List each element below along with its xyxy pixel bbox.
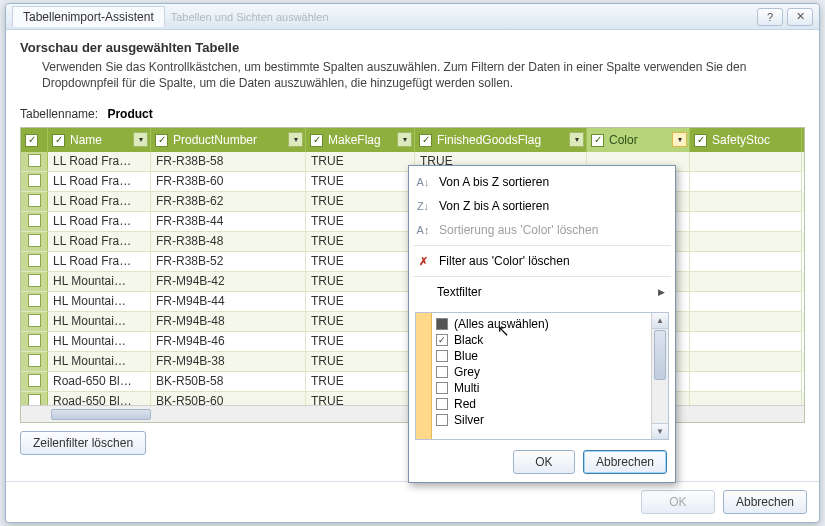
filter-dropdown-icon[interactable]: ▾ <box>133 132 148 147</box>
checkbox-icon[interactable] <box>28 234 41 247</box>
checkbox-icon[interactable] <box>28 214 41 227</box>
popup-cancel-button[interactable]: Abbrechen <box>583 450 667 474</box>
filter-item-label: (Alles auswählen) <box>454 317 549 331</box>
checkbox-icon[interactable] <box>28 274 41 287</box>
filter-item-label: Blue <box>454 349 478 363</box>
checkbox-icon[interactable]: ✓ <box>52 134 65 147</box>
filter-item[interactable]: Silver <box>436 412 647 428</box>
cell-safetystock <box>690 372 802 392</box>
table-name-value: Product <box>107 107 152 121</box>
filter-dropdown-icon[interactable]: ▾ <box>288 132 303 147</box>
row-select-cell[interactable] <box>21 252 48 272</box>
filter-item[interactable]: Red <box>436 396 647 412</box>
header-productnumber[interactable]: ✓ ProductNumber ▾ <box>151 128 306 152</box>
cell-productnumber: FR-R38B-52 <box>151 252 306 272</box>
scroll-up-icon[interactable]: ▲ <box>652 313 668 329</box>
checkbox-icon[interactable]: ✓ <box>310 134 323 147</box>
menu-label: Von A bis Z sortieren <box>439 175 549 189</box>
checkbox-icon[interactable] <box>28 154 41 167</box>
row-select-cell[interactable] <box>21 172 48 192</box>
cell-makeflag: TRUE <box>306 192 415 212</box>
sort-asc-icon: A↓ <box>415 174 431 190</box>
checkbox-icon[interactable] <box>436 318 448 330</box>
header-select-all[interactable]: ✓ <box>21 128 48 152</box>
clear-row-filter-button[interactable]: Zeilenfilter löschen <box>20 431 146 455</box>
dialog-cancel-button[interactable]: Abbrechen <box>723 490 807 514</box>
menu-label: Textfilter <box>437 285 482 299</box>
filter-item[interactable]: ✓Black <box>436 332 647 348</box>
cell-makeflag: TRUE <box>306 352 415 372</box>
row-select-cell[interactable] <box>21 352 48 372</box>
close-button[interactable]: ✕ <box>787 8 813 26</box>
checkbox-icon[interactable] <box>436 414 448 426</box>
cell-name: LL Road Fra… <box>48 152 151 172</box>
header-name[interactable]: ✓ Name ▾ <box>48 128 151 152</box>
cell-safetystock <box>690 292 802 312</box>
filter-item-select-all[interactable]: (Alles auswählen) <box>436 316 647 332</box>
selection-hint-bar <box>416 313 432 439</box>
row-select-cell[interactable] <box>21 372 48 392</box>
header-color[interactable]: ✓ Color ▾ <box>587 128 690 152</box>
checkbox-icon[interactable]: ✓ <box>155 134 168 147</box>
help-button[interactable]: ? <box>757 8 783 26</box>
row-select-cell[interactable] <box>21 212 48 232</box>
filter-item[interactable]: Multi <box>436 380 647 396</box>
checkbox-icon[interactable] <box>28 294 41 307</box>
checkbox-icon[interactable] <box>436 366 448 378</box>
filter-dropdown-icon[interactable]: ▾ <box>397 132 412 147</box>
cell-productnumber: FR-R38B-44 <box>151 212 306 232</box>
row-select-cell[interactable] <box>21 332 48 352</box>
filter-dropdown-icon[interactable]: ▾ <box>569 132 584 147</box>
filter-item[interactable]: Grey <box>436 364 647 380</box>
vertical-scrollbar[interactable]: ▲ ▼ <box>651 313 668 439</box>
cell-safetystock <box>690 352 802 372</box>
header-label: FinishedGoodsFlag <box>437 133 541 147</box>
row-select-cell[interactable] <box>21 232 48 252</box>
checkbox-icon[interactable]: ✓ <box>591 134 604 147</box>
checkbox-icon[interactable] <box>436 350 448 362</box>
checkbox-icon[interactable] <box>28 334 41 347</box>
scroll-down-icon[interactable]: ▼ <box>652 423 668 439</box>
header-label: SafetyStoc <box>712 133 770 147</box>
menu-label: Von Z bis A sortieren <box>439 199 549 213</box>
row-select-cell[interactable] <box>21 312 48 332</box>
filter-item[interactable]: Blue <box>436 348 647 364</box>
page-description: Verwenden Sie das Kontrollkästchen, um b… <box>42 59 805 91</box>
row-select-cell[interactable] <box>21 152 48 172</box>
clear-filter-item[interactable]: ✗ Filter aus 'Color' löschen <box>409 249 675 273</box>
text-filter-submenu[interactable]: Textfilter ▶ <box>409 280 675 304</box>
row-select-cell[interactable] <box>21 272 48 292</box>
checkbox-icon[interactable]: ✓ <box>436 334 448 346</box>
checkbox-icon[interactable] <box>436 398 448 410</box>
checkbox-icon[interactable]: ✓ <box>419 134 432 147</box>
cell-safetystock <box>690 272 802 292</box>
filter-list-body[interactable]: (Alles auswählen)✓BlackBlueGreyMultiRedS… <box>432 313 651 439</box>
scrollbar-thumb[interactable] <box>51 409 151 420</box>
checkbox-icon[interactable] <box>28 354 41 367</box>
checkbox-icon[interactable] <box>28 314 41 327</box>
cell-makeflag: TRUE <box>306 312 415 332</box>
checkbox-icon[interactable] <box>28 254 41 267</box>
header-finishedgoodsflag[interactable]: ✓ FinishedGoodsFlag ▾ <box>415 128 587 152</box>
filter-item-label: Multi <box>454 381 479 395</box>
header-label: ProductNumber <box>173 133 257 147</box>
cell-productnumber: FR-R38B-58 <box>151 152 306 172</box>
checkbox-icon[interactable] <box>28 174 41 187</box>
scrollbar-thumb[interactable] <box>654 330 666 380</box>
header-makeflag[interactable]: ✓ MakeFlag ▾ <box>306 128 415 152</box>
sort-az-item[interactable]: A↓ Von A bis Z sortieren <box>409 170 675 194</box>
row-select-cell[interactable] <box>21 292 48 312</box>
checkbox-icon[interactable]: ✓ <box>694 134 707 147</box>
checkbox-icon[interactable]: ✓ <box>25 134 38 147</box>
cell-makeflag: TRUE <box>306 292 415 312</box>
checkbox-icon[interactable] <box>436 382 448 394</box>
dialog-ok-button[interactable]: OK <box>641 490 715 514</box>
row-select-cell[interactable] <box>21 192 48 212</box>
header-safetystock[interactable]: ✓ SafetyStoc <box>690 128 802 152</box>
checkbox-icon[interactable] <box>28 374 41 387</box>
popup-ok-button[interactable]: OK <box>513 450 575 474</box>
checkbox-icon[interactable] <box>28 194 41 207</box>
chevron-right-icon: ▶ <box>658 287 665 297</box>
sort-za-item[interactable]: Z↓ Von Z bis A sortieren <box>409 194 675 218</box>
filter-dropdown-icon[interactable]: ▾ <box>672 132 687 147</box>
